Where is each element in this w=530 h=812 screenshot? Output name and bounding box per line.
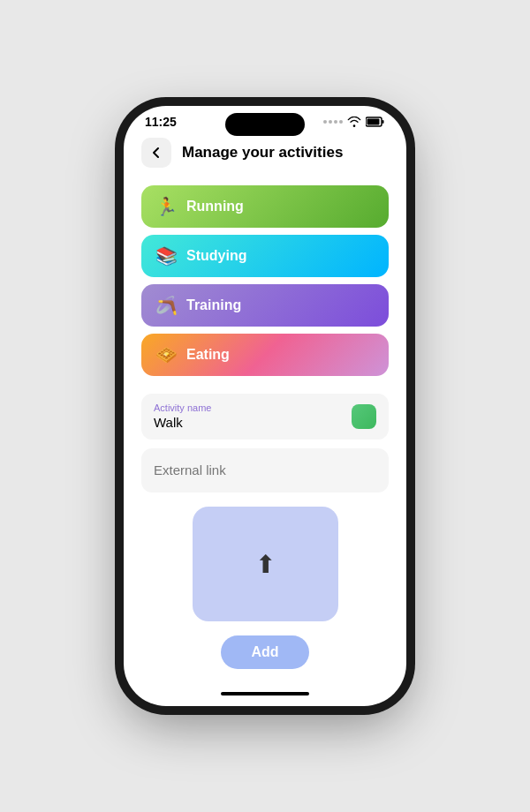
activity-label-eating: Eating [186, 347, 230, 363]
dynamic-island [225, 113, 305, 136]
activity-emoji-eating: 🧇 [155, 346, 178, 364]
screen-content: Manage your activities 🏃 Running 📚 Study… [124, 134, 406, 681]
header: Manage your activities [141, 134, 389, 168]
activity-item-eating[interactable]: 🧇 Eating [141, 334, 389, 376]
svg-rect-1 [382, 120, 384, 124]
activity-emoji-running: 🏃 [155, 198, 178, 215]
activity-name-wrapper: Activity name [141, 394, 389, 440]
chevron-left-icon [149, 146, 163, 160]
wifi-icon [347, 117, 361, 127]
activity-name-label: Activity name [154, 402, 343, 413]
activity-label-running: Running [186, 199, 244, 214]
signal-strength-icon [323, 120, 343, 124]
upload-icon: ⬆ [255, 550, 276, 579]
external-link-wrapper [141, 448, 389, 492]
battery-icon [366, 117, 385, 127]
activity-name-container: Activity name [154, 402, 343, 431]
status-icons [323, 117, 385, 127]
add-button[interactable]: Add [221, 635, 309, 669]
activity-emoji-training: 🪃 [155, 297, 178, 314]
activity-item-running[interactable]: 🏃 Running [141, 185, 389, 228]
activities-list: 🏃 Running 📚 Studying 🪃 Training 🧇 Eating [141, 185, 389, 376]
activity-item-studying[interactable]: 📚 Studying [141, 235, 389, 277]
activity-item-training[interactable]: 🪃 Training [141, 284, 389, 327]
external-link-input[interactable] [154, 462, 376, 477]
upload-area[interactable]: ⬆ [193, 507, 338, 621]
activity-name-input[interactable] [154, 415, 343, 430]
activity-label-studying: Studying [186, 248, 246, 264]
page-title: Manage your activities [182, 144, 343, 162]
svg-rect-2 [367, 119, 380, 125]
back-button[interactable] [141, 138, 171, 168]
activity-label-training: Training [186, 297, 241, 313]
phone-frame: 11:25 [124, 106, 406, 706]
color-swatch[interactable] [352, 404, 376, 429]
form-section: Activity name [141, 394, 389, 492]
status-time: 11:25 [145, 115, 177, 129]
home-indicator [124, 681, 406, 706]
activity-emoji-studying: 📚 [155, 247, 178, 265]
home-bar [221, 692, 309, 695]
